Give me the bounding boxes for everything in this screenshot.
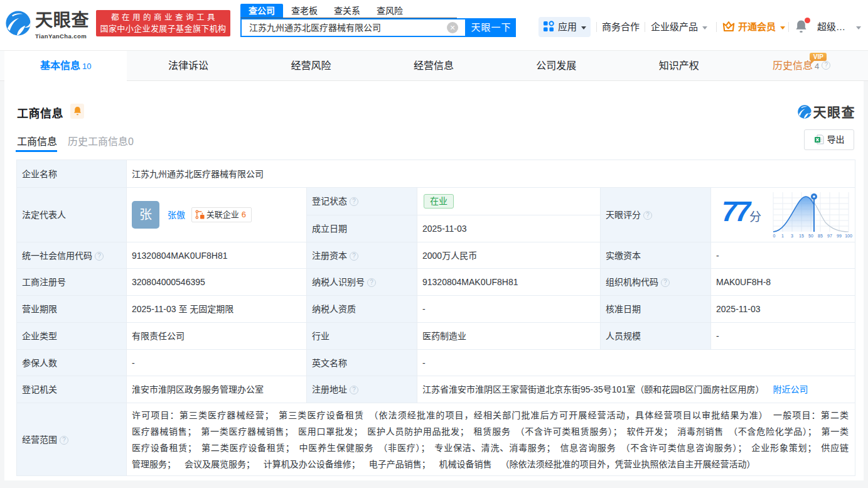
svg-text:0: 0 — [773, 234, 776, 238]
svg-text:3: 3 — [791, 234, 793, 238]
svg-text:85: 85 — [818, 234, 823, 238]
svg-text:1: 1 — [781, 234, 784, 238]
svg-text:100: 100 — [845, 234, 852, 238]
svg-text:15: 15 — [799, 234, 804, 238]
svg-text:97: 97 — [827, 234, 832, 238]
svg-text:99: 99 — [837, 234, 842, 238]
svg-text:50: 50 — [808, 234, 813, 238]
